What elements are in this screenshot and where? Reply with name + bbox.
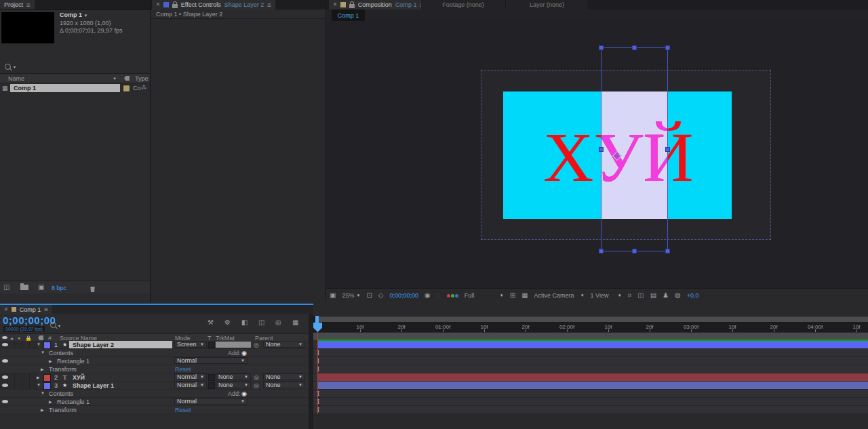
selection-handle-bottom-left[interactable]: [599, 249, 604, 253]
group-row-contents[interactable]: ▼ Contents Add: ◉: [0, 349, 309, 357]
layer-name[interactable]: Shape Layer 1: [73, 382, 114, 389]
add-property-button[interactable]: ◉: [241, 390, 247, 397]
draft-3d-icon[interactable]: ⚙: [224, 319, 231, 326]
property-value-marker[interactable]: I: [315, 390, 321, 398]
parent-dropdown[interactable]: None▼: [263, 341, 305, 348]
project-row-name[interactable]: Comp 1: [10, 84, 120, 92]
expander-icon[interactable]: ▶: [41, 407, 44, 412]
shape-blend-mode-dropdown[interactable]: Normal▼: [174, 357, 248, 364]
transform-row[interactable]: ▶ Transform Reset: [0, 365, 309, 373]
parent-pickwhip-icon[interactable]: ◎: [254, 342, 259, 348]
pane-divider[interactable]: [309, 314, 313, 429]
panel-menu-icon[interactable]: ≡: [267, 1, 271, 9]
time-ruler[interactable]: 10f20f01:00f10f20f02:00f10f20f03:00f10f2…: [313, 323, 868, 333]
view-dropdown[interactable]: Active Camera ▼: [534, 292, 585, 299]
label-color-swatch[interactable]: [123, 85, 130, 92]
pixel-aspect-correction-icon[interactable]: ◫: [637, 292, 644, 299]
zoom-level-dropdown[interactable]: 25% ▼: [342, 292, 360, 299]
time-navigator-bar[interactable]: [319, 316, 868, 322]
parent-dropdown[interactable]: None▼: [263, 382, 305, 388]
preserve-transparency-checkbox[interactable]: [208, 382, 215, 389]
panel-menu-icon[interactable]: ≡: [44, 306, 48, 313]
viewer-timecode[interactable]: 0;00;00;00: [390, 292, 419, 299]
chevron-down-icon[interactable]: ▼: [84, 14, 88, 18]
preserve-transparency-checkbox[interactable]: [208, 342, 215, 348]
expander-icon[interactable]: ▼: [37, 383, 41, 387]
selection-handle-bottom-center[interactable]: [632, 249, 637, 253]
layer-row-text[interactable]: ▶ 2 T ХУЙ Normal▼ None▼ ◎ None▼: [0, 373, 309, 382]
expander-icon[interactable]: ▶: [49, 399, 52, 404]
composition-viewer[interactable]: ХУЙ ХУЙ: [326, 21, 868, 288]
viewer-subtab-comp1[interactable]: Comp 1: [332, 9, 365, 21]
property-value-marker[interactable]: I: [315, 365, 321, 373]
lock-icon[interactable]: [172, 4, 178, 8]
transparency-grid-icon[interactable]: ▦: [521, 292, 528, 299]
timeline-preview-icon[interactable]: ▤: [650, 292, 656, 299]
exposure-offset-value[interactable]: +0,0: [687, 292, 699, 299]
flowchart-icon[interactable]: ♟: [663, 292, 669, 299]
project-bit-depth[interactable]: 8 bpc: [52, 285, 66, 291]
layer-color-swatch[interactable]: [43, 382, 51, 390]
close-icon[interactable]: ×: [4, 306, 8, 313]
frame-counter[interactable]: 00000 (29.97 fps): [3, 326, 45, 332]
visibility-eye-icon[interactable]: [2, 384, 8, 387]
layer-name[interactable]: ХУЙ: [73, 374, 85, 381]
layer-row-shape-layer-2[interactable]: ▼ 1 ★ Shape Layer 2 Screen▼ ◎ None▼: [0, 341, 309, 349]
column-type[interactable]: Type: [135, 75, 149, 82]
time-navigator[interactable]: [313, 316, 868, 323]
search-icon[interactable]: [5, 64, 11, 70]
fast-previews-icon[interactable]: ◍: [675, 292, 681, 299]
project-item-title[interactable]: Comp 1 ▼: [60, 12, 87, 18]
motion-blur-icon[interactable]: ◎: [275, 319, 281, 326]
close-icon[interactable]: ×: [156, 1, 160, 8]
visibility-eye-icon[interactable]: [2, 375, 8, 379]
layer-selection-box[interactable]: [601, 47, 668, 251]
expander-icon[interactable]: ▼: [41, 391, 45, 395]
mask-visibility-icon[interactable]: ◇: [378, 292, 384, 299]
layer-duration-bar[interactable]: [317, 373, 868, 381]
blend-mode-dropdown[interactable]: Screen▼: [174, 341, 207, 348]
parent-pickwhip-icon[interactable]: ◎: [254, 374, 259, 381]
label-column-icon[interactable]: [38, 335, 43, 340]
hide-shy-layers-icon[interactable]: ◧: [241, 319, 248, 326]
tab-effect-controls[interactable]: × Effect Controls Shape Layer 2 ≡: [152, 0, 275, 9]
new-composition-icon[interactable]: ▣: [38, 284, 44, 291]
property-value-marker[interactable]: I: [315, 398, 321, 406]
selection-handle-mid-left[interactable]: [599, 147, 604, 152]
transform-label[interactable]: Transform: [49, 407, 77, 413]
composition-mini-flowchart-icon[interactable]: ⚒: [208, 319, 214, 326]
parent-pickwhip-icon[interactable]: ◎: [254, 382, 259, 389]
transform-row[interactable]: ▶ Transform Reset: [0, 406, 309, 414]
close-icon[interactable]: ×: [333, 1, 337, 8]
tab-timeline-comp1[interactable]: × Comp 1 ≡: [0, 305, 52, 314]
reset-link[interactable]: Reset: [175, 407, 191, 413]
expander-icon[interactable]: ▶: [41, 367, 44, 371]
search-options-caret-icon[interactable]: ▾: [14, 64, 16, 69]
expander-icon[interactable]: ▶: [49, 359, 52, 363]
shape-blend-mode-dropdown[interactable]: Normal▼: [174, 398, 248, 405]
layer-row-shape-layer-1[interactable]: ▼ 3 ★ Shape Layer 1 Normal▼ None▼ ◎ None…: [0, 382, 309, 390]
item-label[interactable]: Rectangle 1: [57, 358, 90, 365]
selection-handle-bottom-right[interactable]: [665, 249, 670, 253]
property-value-marker[interactable]: I: [315, 349, 321, 357]
expander-icon[interactable]: ▼: [41, 350, 45, 354]
selection-handle-top-right[interactable]: [665, 45, 670, 50]
region-of-interest-icon[interactable]: ⊞: [510, 292, 515, 299]
resolution-dropdown[interactable]: Full ▼: [465, 292, 504, 299]
add-property-button[interactable]: ◉: [241, 350, 247, 356]
item-row-rectangle-1[interactable]: ▶ Rectangle 1 Normal▼: [0, 357, 309, 365]
video-column-icon[interactable]: [2, 336, 7, 339]
lock-icon[interactable]: [349, 4, 355, 8]
panel-menu-icon[interactable]: ≡: [26, 1, 31, 9]
item-label[interactable]: Rectangle 1: [57, 399, 90, 405]
tab-composition[interactable]: × Composition Comp 1 ≡: [329, 0, 428, 9]
sort-asc-icon[interactable]: ▲: [113, 76, 117, 80]
blend-mode-dropdown[interactable]: Normal▼: [174, 373, 207, 380]
channels-icon[interactable]: [447, 294, 458, 298]
view-layout-dropdown[interactable]: 1 View ▼: [591, 292, 622, 299]
layer-color-swatch[interactable]: [43, 374, 51, 382]
expander-icon[interactable]: ▼: [37, 342, 41, 346]
property-value-marker[interactable]: I: [315, 357, 321, 365]
visibility-eye-icon[interactable]: [2, 343, 8, 346]
reset-link[interactable]: Reset: [175, 366, 191, 373]
